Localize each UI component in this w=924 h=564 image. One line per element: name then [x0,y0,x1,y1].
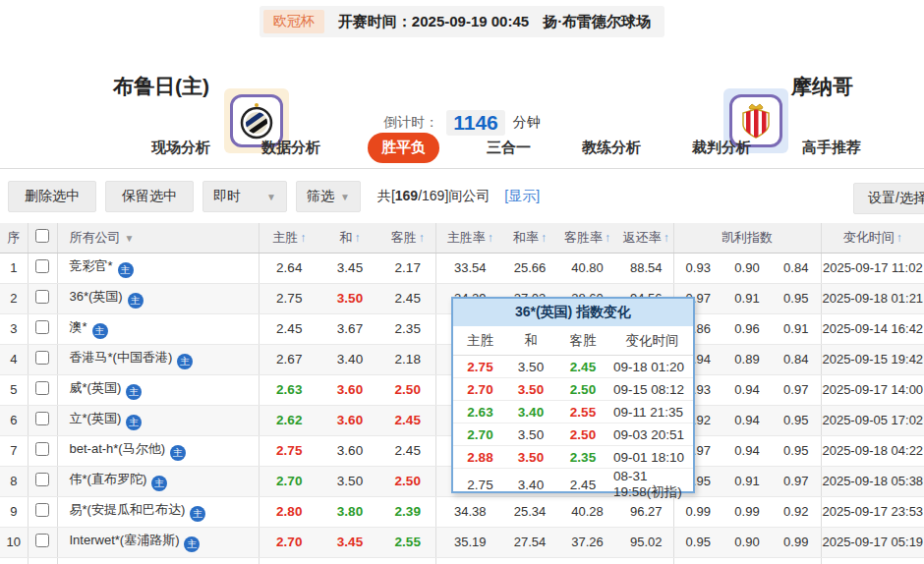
company-name[interactable]: 伟*(直布罗陀)主 [57,466,259,496]
company-name[interactable] [57,557,259,564]
header-select-all [28,223,57,253]
change-time-cell: 2025-09-15 19:42 [821,344,924,374]
home-odds-cell: 2.64 [259,253,319,283]
select-all-checkbox[interactable] [35,229,49,243]
row-checkbox[interactable] [35,351,49,365]
tab-0[interactable]: 现场分析 [147,133,214,163]
row-checkbox[interactable] [35,473,49,486]
tab-5[interactable]: 裁判分析 [688,133,755,163]
sort-asc-icon: ↑ [605,231,610,245]
settings-select-button[interactable]: 设置/选择 [853,183,924,214]
tab-3[interactable]: 三合一 [483,133,535,163]
popup-home-odds: 2.70 [453,382,507,397]
row-checkbox[interactable] [35,290,49,304]
popup-home-odds: 2.75 [453,478,507,492]
draw-odds-cell: 3.50 [319,466,380,496]
row-seq: 7 [0,435,28,466]
odds-mode-select[interactable]: 即时 ▼ [202,181,287,212]
row-checkbox[interactable] [35,320,49,334]
tab-6[interactable]: 高手推荐 [798,133,865,163]
kelly-draw-cell: 0.94 [722,435,772,466]
home-rate-cell: 35.19 [435,527,504,557]
league-badge: 欧冠杯 [263,10,324,33]
row-checkbox[interactable] [35,259,49,273]
change-time-cell: 2025-09-17 14:00 [821,374,924,405]
popup-header-away: 客胜 [554,332,611,350]
header-company[interactable]: 所有公司▼ [57,223,259,253]
chevron-down-icon: ▼ [340,192,350,202]
kelly-draw-cell: 0.96 [722,313,772,344]
draw-odds-cell: 3.40 [319,344,380,374]
kelly-draw-cell: 0.99 [722,496,772,527]
row-select [28,374,57,405]
kelly-draw-cell [722,557,772,564]
kelly-away-cell: 0.97 [772,374,821,405]
company-name[interactable]: 36*(英国)主 [57,283,259,313]
draw-odds-cell: 3.80 [319,496,380,527]
company-name[interactable]: 澳*主 [57,313,259,344]
header-seq: 序 [0,223,28,253]
draw-odds-cell: 3.60 [319,374,380,405]
tab-4[interactable]: 教练分析 [578,133,645,163]
popup-header-time: 变化时间 [611,332,693,350]
popup-away-odds: 2.50 [554,382,611,397]
row-checkbox[interactable] [35,381,49,395]
header-change-time[interactable]: 变化时间↑ [821,223,924,253]
company-name[interactable]: 竞彩官*主 [57,253,259,283]
popup-row: 2.703.502.5009-03 20:51 [453,423,693,446]
kelly-away-cell: 0.95 [772,435,821,466]
return-rate-cell: 95.02 [619,527,673,557]
row-select [28,435,57,466]
header-home-odds[interactable]: 主胜↑ [259,223,319,253]
header-away-rate[interactable]: 客胜率↑ [555,223,619,253]
popup-draw-odds: 3.50 [507,427,554,442]
change-time-cell: 2025-09-18 05:38 [821,466,924,496]
away-rate-cell: 40.80 [555,253,619,283]
filter-select[interactable]: 筛选 ▼ [296,181,361,212]
home-odds-cell: 2.70 [259,466,319,496]
home-marker-icon: 主 [151,476,167,491]
delete-selected-button[interactable]: 删除选中 [8,181,96,212]
header-home-rate[interactable]: 主胜率↑ [435,223,504,253]
change-time-cell: 2025-09-05 17:02 [821,405,924,435]
tab-1[interactable]: 数据分析 [258,133,324,163]
odds-mode-value: 即时 [213,188,241,205]
popup-draw-odds: 3.50 [507,450,554,465]
row-checkbox[interactable] [35,442,49,456]
header-draw-rate[interactable]: 和率↑ [504,223,555,253]
away-odds-cell: 2.55 [380,527,435,557]
popup-change-time: 08-31 19:58(初指) [611,469,693,501]
header-draw-odds[interactable]: 和↑ [319,223,380,253]
return-rate-cell: 88.54 [619,253,673,283]
row-select [28,527,57,557]
header-return-rate[interactable]: 返还率↑ [619,223,673,253]
home-rate-cell: 33.54 [435,253,504,283]
away-odds-cell: 2.50 [380,466,435,496]
company-name[interactable]: 易*(安提瓜和巴布达)主 [57,496,259,527]
company-name[interactable]: 香港马*(中国香港)主 [57,344,259,374]
change-time-cell: 2025-09-14 16:42 [821,313,924,344]
keep-selected-button[interactable]: 保留选中 [105,181,194,212]
sort-asc-icon: ↑ [896,231,902,245]
popup-away-odds: 2.35 [554,450,611,465]
change-time-cell: 2025-09-18 04:22 [821,435,924,466]
tab-2[interactable]: 胜平负 [368,133,439,163]
analysis-tab-bar: 现场分析数据分析胜平负三合一教练分析裁判分析高手推荐 [0,128,924,169]
popup-change-time: 09-03 20:51 [611,427,693,442]
home-marker-icon: 主 [170,445,186,461]
company-name[interactable]: Interwet*(塞浦路斯)主 [57,527,259,557]
company-name[interactable]: 立*(英国)主 [57,405,259,435]
row-checkbox[interactable] [35,534,49,547]
show-link[interactable]: [显示] [504,188,540,205]
popup-header-home: 主胜 [453,332,507,350]
home-marker-icon: 主 [128,293,144,309]
kelly-away-cell: 0.97 [772,466,821,496]
row-checkbox[interactable] [35,412,49,425]
company-name[interactable]: 威*(英国)主 [57,374,259,405]
company-name[interactable]: bet-at-h*(马尔他)主 [57,435,259,466]
row-checkbox[interactable] [35,503,49,517]
draw-odds-cell: 3.67 [319,313,380,344]
row-seq: 1 [0,253,28,283]
away-odds-cell: 2.45 [380,435,435,466]
header-away-odds[interactable]: 客胜↑ [380,223,435,253]
